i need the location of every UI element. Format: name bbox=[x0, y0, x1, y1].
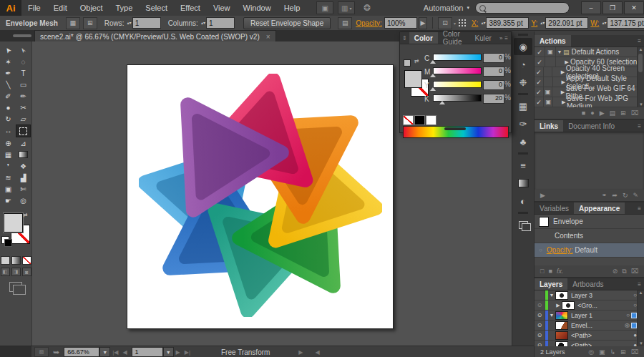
dock-symbols-icon[interactable]: ♣ bbox=[514, 133, 532, 150]
x-link[interactable]: X: bbox=[472, 19, 478, 27]
minimize-button[interactable]: – bbox=[581, 1, 601, 14]
dock-color-guide-icon[interactable]: ◔ bbox=[514, 56, 532, 73]
target-icon[interactable]: ◎ bbox=[625, 322, 630, 328]
mesh-vertical-icon[interactable]: ⊞ bbox=[83, 17, 97, 29]
layer-name[interactable]: Layer 3 bbox=[571, 292, 592, 299]
menu-select[interactable]: Select bbox=[139, 0, 174, 16]
style-options-icon[interactable]: ▤ bbox=[338, 17, 352, 29]
delete-item-icon[interactable]: ⌧ bbox=[631, 268, 638, 275]
logo-artwork[interactable] bbox=[139, 74, 382, 317]
visibility-icon[interactable]: ⊙ bbox=[535, 331, 545, 340]
new-action-icon[interactable]: ⊞ bbox=[620, 109, 626, 117]
tool-pen[interactable]: ✒ bbox=[1, 67, 16, 79]
reset-envelope-button[interactable]: Reset Envelope Shape bbox=[243, 17, 331, 29]
bridge-icon[interactable]: ▣ bbox=[316, 1, 333, 14]
workspace-switcher[interactable]: Automation▾ bbox=[418, 4, 475, 12]
none-mode-button[interactable] bbox=[22, 256, 31, 265]
tab-close-icon[interactable]: × bbox=[266, 33, 270, 41]
relink-icon[interactable]: ⚭ bbox=[602, 192, 608, 199]
dock-grip[interactable] bbox=[518, 212, 528, 214]
appearance-row-envelope[interactable]: Envelope bbox=[535, 215, 644, 229]
selection-indicator[interactable] bbox=[631, 313, 637, 318]
modal-icon[interactable]: ▣ bbox=[545, 47, 556, 57]
modal-cell[interactable] bbox=[544, 67, 553, 77]
cyan-slider[interactable] bbox=[433, 54, 482, 61]
menu-help[interactable]: Help bbox=[278, 0, 307, 16]
x-input[interactable]: 389.355 pt bbox=[486, 17, 529, 29]
tool-selection[interactable]: ➤ bbox=[1, 44, 16, 56]
menu-view[interactable]: View bbox=[207, 0, 237, 16]
tab-variables[interactable]: Variables bbox=[535, 202, 574, 214]
artboard[interactable] bbox=[127, 64, 394, 329]
tab-actions[interactable]: Actions bbox=[535, 35, 571, 47]
w-stepper[interactable]: ▴▾ bbox=[602, 21, 606, 25]
tool-mesh[interactable]: ▦ bbox=[1, 149, 16, 160]
first-artboard-icon[interactable]: |◀ bbox=[112, 349, 118, 356]
tool-pencil[interactable]: ✏ bbox=[16, 90, 31, 102]
dock-artboards-icon[interactable] bbox=[514, 216, 532, 233]
appearance-row-contents[interactable]: Contents bbox=[535, 229, 644, 243]
reference-point-icon[interactable] bbox=[459, 19, 467, 27]
layer-thumbnail[interactable] bbox=[555, 311, 568, 320]
chevron-right-icon[interactable]: ▶ bbox=[560, 89, 565, 95]
rows-input[interactable]: 1 bbox=[132, 17, 161, 29]
y-stepper[interactable]: ▴▾ bbox=[540, 21, 545, 25]
appearance-row-opacity[interactable]: ○ Opacity: Default bbox=[535, 243, 644, 258]
y-link[interactable]: Y: bbox=[531, 19, 537, 27]
export-icon[interactable]: ➥ bbox=[53, 348, 59, 357]
delete-layer-icon[interactable]: ⌧ bbox=[631, 348, 638, 356]
swap-fill-stroke-icon[interactable]: ⇄ bbox=[23, 212, 28, 218]
delete-action-icon[interactable]: ⌧ bbox=[631, 109, 638, 117]
opacity-input[interactable]: 100% bbox=[384, 17, 417, 29]
select-similar-icon[interactable]: ⊡ bbox=[438, 17, 452, 29]
layer-row-group[interactable]: ⊙ ▶ <Gro... ○ bbox=[535, 300, 644, 310]
fill-color-swatch[interactable] bbox=[404, 70, 422, 88]
layer-row-path1[interactable]: ⊙ <Path> ● bbox=[535, 331, 644, 341]
white-swatch[interactable] bbox=[426, 115, 436, 125]
yellow-slider[interactable] bbox=[433, 81, 482, 88]
chevron-right-icon[interactable]: ▶ bbox=[560, 99, 567, 105]
screen-mode-button[interactable] bbox=[9, 282, 22, 292]
yellow-value[interactable]: 0 bbox=[483, 80, 504, 90]
tool-artboard[interactable]: ▣ bbox=[1, 183, 16, 195]
draw-inside-button[interactable]: ◙ bbox=[22, 268, 31, 276]
zoom-dropdown-icon[interactable]: ▼ bbox=[99, 347, 110, 357]
tool-gradient[interactable] bbox=[16, 149, 31, 160]
tool-symbol-sprayer[interactable]: ≋ bbox=[1, 172, 16, 183]
last-artboard-icon[interactable]: ▶| bbox=[185, 349, 190, 356]
tool-perspective-grid[interactable]: ⊿ bbox=[16, 137, 31, 149]
layer-name[interactable]: <Gro... bbox=[577, 302, 597, 309]
layer-name[interactable]: <Path> bbox=[571, 332, 592, 339]
tool-direct-selection[interactable]: ➣ bbox=[16, 44, 31, 56]
artboard-number-input[interactable]: 1 bbox=[132, 347, 163, 357]
dock-color-icon[interactable]: ◉ bbox=[514, 38, 532, 55]
visibility-icon[interactable]: ⊙ bbox=[535, 310, 545, 320]
tool-rectangle[interactable]: ▭ bbox=[16, 79, 31, 90]
panel-collapse-icon[interactable]: ⇕ bbox=[400, 32, 409, 44]
play-action-icon[interactable]: ▶ bbox=[600, 109, 605, 117]
panel-menu-icon[interactable]: ≡ bbox=[504, 35, 508, 41]
mesh-horizontal-icon[interactable]: ▦ bbox=[66, 17, 80, 29]
magenta-value[interactable]: 0 bbox=[483, 67, 504, 77]
visibility-icon[interactable]: ⊙ bbox=[535, 321, 545, 330]
tool-lasso[interactable]: ◌ bbox=[16, 56, 31, 67]
check-icon[interactable]: ✓ bbox=[535, 87, 544, 97]
x-stepper[interactable]: ▴▾ bbox=[481, 21, 485, 25]
target-icon[interactable]: ○ bbox=[626, 312, 630, 318]
default-fill-stroke-icon[interactable] bbox=[1, 236, 9, 244]
dock-brushes-icon[interactable]: ✑ bbox=[514, 115, 532, 132]
links-list[interactable] bbox=[535, 132, 644, 190]
magenta-slider-thumb[interactable] bbox=[430, 74, 436, 77]
menu-window[interactable]: Window bbox=[237, 0, 278, 16]
artboard-dropdown-icon[interactable]: ▼ bbox=[163, 347, 174, 357]
layer-row-layer1[interactable]: ⊙ ▼ Layer 1 ○ bbox=[535, 310, 644, 321]
menu-effect[interactable]: Effect bbox=[174, 0, 207, 16]
toolbar-grip[interactable] bbox=[13, 34, 31, 37]
cyan-slider-thumb[interactable] bbox=[430, 60, 436, 64]
new-fill-icon[interactable]: ■ bbox=[548, 268, 552, 275]
clipping-mask-icon[interactable]: ▣ bbox=[599, 348, 605, 356]
layer-name[interactable]: <Path> bbox=[571, 342, 592, 347]
dock-swatches-icon[interactable]: ▦ bbox=[514, 97, 532, 114]
panel-menu-icon[interactable]: ≡ bbox=[638, 281, 641, 288]
menu-edit[interactable]: Edit bbox=[47, 0, 74, 16]
